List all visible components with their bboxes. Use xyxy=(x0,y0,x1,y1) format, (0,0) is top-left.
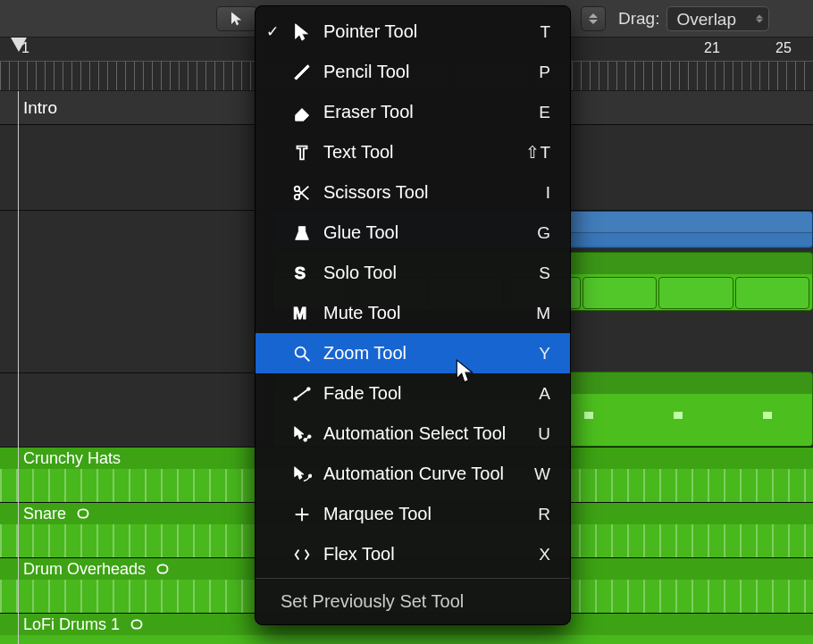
menu-item-label: Pencil Tool xyxy=(323,62,530,82)
svg-point-9 xyxy=(308,474,312,478)
menu-item-label: Scissors Tool xyxy=(323,182,537,203)
menu-item-shortcut: E xyxy=(539,103,550,122)
track-label: LoFi Drums 1 xyxy=(23,615,120,634)
automation-select-icon xyxy=(289,424,314,444)
loop-icon xyxy=(127,617,147,631)
menu-item-flex[interactable]: Flex ToolX xyxy=(256,534,570,574)
zoom-icon xyxy=(289,344,314,364)
loop-icon xyxy=(73,506,93,521)
menu-item-glue[interactable]: Glue ToolG xyxy=(256,213,570,253)
scissors-icon xyxy=(289,183,314,203)
menu-item-pointer[interactable]: ✓Pointer ToolT xyxy=(256,12,570,52)
svg-point-4 xyxy=(296,347,306,356)
track-label: Snare xyxy=(23,505,66,523)
menu-item-label: Marquee Tool xyxy=(323,504,529,524)
playhead[interactable] xyxy=(11,38,27,52)
menu-item-fade[interactable]: Fade ToolA xyxy=(256,373,570,414)
text-icon xyxy=(289,143,314,163)
menu-item-shortcut: W xyxy=(534,464,550,484)
menu-item-shortcut: P xyxy=(539,63,550,82)
drag-mode-value: Overlap xyxy=(676,10,736,29)
menu-item-label: Text Tool xyxy=(323,142,516,163)
glue-icon xyxy=(289,223,314,243)
ruler-label: 21 xyxy=(704,40,720,56)
menu-item-shortcut: R xyxy=(538,505,550,524)
menu-item-marquee[interactable]: Marquee ToolR xyxy=(256,494,570,534)
flex-icon xyxy=(289,545,314,565)
menu-set-previous-tool[interactable]: Set Previously Set Tool xyxy=(256,582,570,619)
menu-item-solo[interactable]: SSolo ToolS xyxy=(256,253,570,293)
menu-item-label: Pointer Tool xyxy=(323,21,531,42)
menu-item-shortcut: T xyxy=(540,22,550,42)
menu-item-autocurve[interactable]: Automation Curve ToolW xyxy=(256,454,570,494)
menu-item-label: Mute Tool xyxy=(323,303,527,323)
menu-item-label: Solo Tool xyxy=(323,263,530,283)
automation-curve-icon xyxy=(289,464,314,484)
ruler-label: 25 xyxy=(775,40,792,56)
menu-item-label: Automation Select Tool xyxy=(323,423,529,444)
drag-mode-dropdown[interactable]: Overlap xyxy=(666,6,769,31)
solo-icon: S xyxy=(289,263,314,283)
menu-item-shortcut: M xyxy=(536,304,550,323)
menu-item-scissors[interactable]: Scissors ToolI xyxy=(256,172,570,213)
menu-item-shortcut: ⇧T xyxy=(525,142,550,163)
menu-item-shortcut: G xyxy=(537,223,550,243)
menu-item-shortcut: U xyxy=(538,424,550,444)
svg-text:M: M xyxy=(293,304,306,322)
playhead-line xyxy=(18,91,19,644)
menu-item-mute[interactable]: MMute ToolM xyxy=(256,293,570,333)
loop-icon xyxy=(153,562,172,576)
marker-intro: Intro xyxy=(23,98,57,118)
svg-text:S: S xyxy=(295,263,306,282)
menu-item-label: Fade Tool xyxy=(323,383,530,404)
drag-label: Drag: xyxy=(618,9,659,29)
tool-menu: ✓Pointer ToolTPencil ToolPEraser ToolETe… xyxy=(255,5,571,625)
pointer-icon xyxy=(229,11,245,27)
menu-item-label: Flex Tool xyxy=(323,544,530,565)
menu-item-label: Zoom Tool xyxy=(323,343,530,364)
menu-item-eraser[interactable]: Eraser ToolE xyxy=(256,92,570,132)
menu-item-shortcut: S xyxy=(539,263,550,283)
menu-item-zoom[interactable]: Zoom ToolY xyxy=(256,333,570,373)
pointer-icon xyxy=(289,22,314,42)
secondary-tool-selector[interactable] xyxy=(581,6,606,31)
fade-icon xyxy=(289,384,314,404)
pencil-icon xyxy=(289,63,314,82)
menu-item-text[interactable]: Text Tool⇧T xyxy=(256,132,570,172)
menu-item-shortcut: I xyxy=(546,183,550,203)
menu-item-autosel[interactable]: Automation Select ToolU xyxy=(256,414,570,454)
menu-item-label: Automation Curve Tool xyxy=(323,464,525,484)
menu-item-shortcut: Y xyxy=(539,344,550,364)
menu-separator xyxy=(256,578,570,579)
menu-item-shortcut: A xyxy=(539,384,550,404)
eraser-icon xyxy=(289,103,314,122)
mute-icon: M xyxy=(289,304,314,323)
menu-item-shortcut: X xyxy=(539,545,550,565)
tool-selector-button[interactable] xyxy=(216,6,257,31)
menu-item-label: Eraser Tool xyxy=(323,102,530,122)
marquee-icon xyxy=(289,505,314,524)
track-label: Crunchy Hats xyxy=(23,449,121,468)
menu-item-label: Glue Tool xyxy=(323,222,528,243)
track-label: Drum Overheads xyxy=(23,560,146,579)
menu-item-pencil[interactable]: Pencil ToolP xyxy=(256,52,570,92)
check-icon: ✓ xyxy=(264,22,281,41)
